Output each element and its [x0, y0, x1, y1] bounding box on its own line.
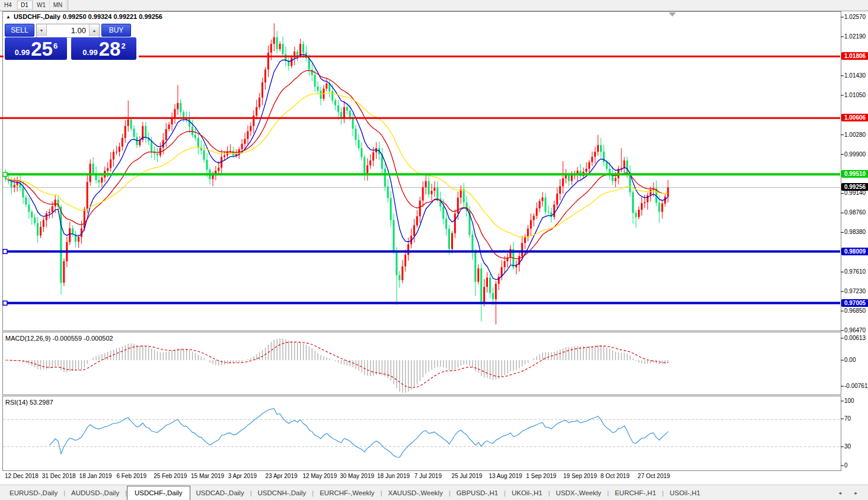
- chart-tab-usdx-weekly[interactable]: USDX-,Weekly: [550, 486, 607, 500]
- sell-price-prefix: 0.99: [15, 48, 30, 57]
- buy-button[interactable]: BUY: [101, 24, 131, 37]
- date-tick-label: 6 Feb 2019: [116, 473, 146, 479]
- date-tick-label: 30 May 2019: [340, 473, 374, 479]
- chart-tab-usdcad-daily[interactable]: USDCAD-,Daily: [190, 486, 250, 500]
- date-tick-label: 1 Sep 2019: [526, 473, 556, 479]
- symbol-title: USDCHF-,Daily: [14, 13, 60, 20]
- buy-price-box[interactable]: 0.99282: [71, 37, 136, 60]
- timeframe-button-mn[interactable]: MN: [50, 0, 66, 10]
- sell-price-pip: 6: [53, 41, 58, 50]
- toolbar-separator: [68, 0, 68, 10]
- level-price-label: 0.97005: [841, 299, 868, 307]
- price-tick-label: 1.02190: [844, 33, 866, 40]
- date-tick-label: 12 Dec 2018: [5, 473, 39, 479]
- rsi-axis-label: 30: [844, 443, 851, 450]
- sell-button[interactable]: SELL: [5, 24, 34, 37]
- date-tick-label: 27 Oct 2019: [638, 473, 670, 479]
- rsi-label: RSI(14) 53.2987: [5, 399, 53, 406]
- chart-tab-eurusd-daily[interactable]: EURUSD-,Daily: [4, 486, 63, 500]
- date-tick-label: 12 May 2019: [302, 473, 337, 479]
- date-tick-label: 18 Jan 2019: [79, 473, 112, 479]
- date-tick-label: 8 Oct 2019: [601, 473, 630, 479]
- chart-tab-xauusd-weekly[interactable]: XAUUSD-,Weekly: [382, 486, 448, 500]
- one-click-trading-panel: SELL ▼ ▲ BUY 0.99256 0.99282: [4, 23, 139, 61]
- chart-canvas[interactable]: [0, 0, 868, 500]
- date-tick-label: 31 Dec 2018: [42, 473, 76, 479]
- macd-label: MACD(12,26,9) -0.000559 -0.000502: [5, 335, 113, 342]
- timeframe-button-h4[interactable]: H4: [0, 0, 17, 10]
- macd-axis-label: 0.00: [844, 357, 856, 363]
- chart-tab-ukoil-h1[interactable]: UKOil-,H1: [506, 486, 548, 500]
- chart-tab-audusd-daily[interactable]: AUDUSD-,Daily: [65, 486, 125, 500]
- date-tick-label: 15 Mar 2019: [191, 473, 224, 479]
- macd-axis-label: -0.007612: [844, 383, 868, 389]
- line-handle[interactable]: [3, 301, 7, 305]
- price-tick-label: 0.98760: [844, 209, 866, 216]
- timeframe-button-d1[interactable]: D1: [17, 0, 33, 10]
- collapse-triangle-icon: ▲: [6, 14, 11, 20]
- price-tick-label: 1.00280: [844, 132, 866, 138]
- date-tick-label: 19 Sep 2019: [563, 473, 597, 479]
- price-tick-label: 0.96850: [844, 307, 866, 314]
- price-tick-label: 0.97230: [844, 288, 866, 294]
- buy-price-prefix: 0.99: [82, 48, 97, 57]
- price-tick-label: 1.01430: [844, 72, 866, 79]
- macd-histogram: [6, 338, 668, 393]
- date-tick-label: 25 Jul 2019: [452, 473, 483, 479]
- price-tick-label: 1.02570: [844, 14, 866, 20]
- symbol-tab-bar: EURUSD-,Daily|AUDUSD-,Daily|USDCHF-,Dail…: [0, 485, 868, 500]
- volume-increase-button[interactable]: ▲: [89, 24, 99, 36]
- timeframe-toolbar: H4D1W1MN: [0, 0, 868, 11]
- price-shift-marker-icon: [669, 12, 676, 17]
- rsi-axis-label: 70: [844, 415, 851, 422]
- rsi-axis-label: 100: [844, 398, 854, 404]
- macd-axis-label: 0.00613: [844, 335, 866, 341]
- line-handle[interactable]: [3, 172, 7, 177]
- chart-tab-eurchf-h1[interactable]: EURCHF-,H1: [609, 486, 662, 500]
- chart-tab-gbpusd-h1[interactable]: GBPUSD-,H1: [451, 486, 504, 500]
- date-tick-label: 23 Apr 2019: [266, 473, 298, 479]
- date-tick-label: 3 Apr 2019: [228, 473, 257, 479]
- volume-stepper: ▼ ▲: [36, 24, 100, 38]
- chart-tab-usdchf-daily[interactable]: USDCHF-,Daily: [127, 486, 190, 500]
- volume-input[interactable]: [47, 24, 89, 36]
- tab-scroll-arrows[interactable]: ◂ ▸: [838, 490, 863, 496]
- moving-average-20: [6, 70, 668, 259]
- buy-price-pip: 2: [121, 41, 125, 50]
- buy-price-big: 28: [99, 39, 121, 60]
- chart-tab-eurchf-weekly[interactable]: EURCHF-,Weekly: [314, 486, 380, 500]
- chart-tab-usdcnh-daily[interactable]: USDCNH-,Daily: [252, 486, 312, 500]
- price-tick-label: 0.99900: [844, 151, 866, 158]
- rsi-axis-label: 0: [844, 462, 848, 469]
- date-tick-label: 18 Jun 2019: [377, 473, 410, 479]
- sell-price-box[interactable]: 0.99256: [5, 37, 67, 60]
- date-tick-label: 7 Jul 2019: [414, 473, 442, 479]
- price-tick-label: 1.01050: [844, 92, 866, 98]
- price-tick-label: 0.97610: [844, 268, 866, 275]
- price-tick-label: 0.96470: [844, 327, 866, 334]
- level-price-label: 0.99510: [841, 170, 868, 178]
- level-price-label: 0.98009: [841, 248, 868, 255]
- current-price-label: 0.99256: [841, 183, 868, 191]
- moving-average-42: [6, 93, 668, 237]
- sell-price-big: 25: [31, 39, 53, 60]
- timeframe-button-w1[interactable]: W1: [33, 0, 50, 10]
- price-tick-label: 0.98380: [844, 229, 866, 235]
- line-handle[interactable]: [3, 249, 7, 254]
- level-price-label: 1.01806: [841, 52, 868, 60]
- date-tick-label: 25 Feb 2019: [154, 473, 187, 479]
- date-tick-label: 13 Aug 2019: [489, 473, 522, 479]
- chart-symbol-header: ▲USDCHF-,Daily0.99250 0.99324 0.99221 0.…: [6, 13, 165, 20]
- price-tick-label: 0.99140: [844, 190, 866, 196]
- rsi-line: [49, 409, 668, 457]
- chart-tab-usoil-h1[interactable]: USOil-,H1: [663, 486, 706, 500]
- ohlc-values: 0.99250 0.99324 0.99221 0.99256: [63, 13, 162, 20]
- level-price-label: 1.00606: [841, 114, 868, 121]
- volume-decrease-button[interactable]: ▼: [37, 24, 47, 36]
